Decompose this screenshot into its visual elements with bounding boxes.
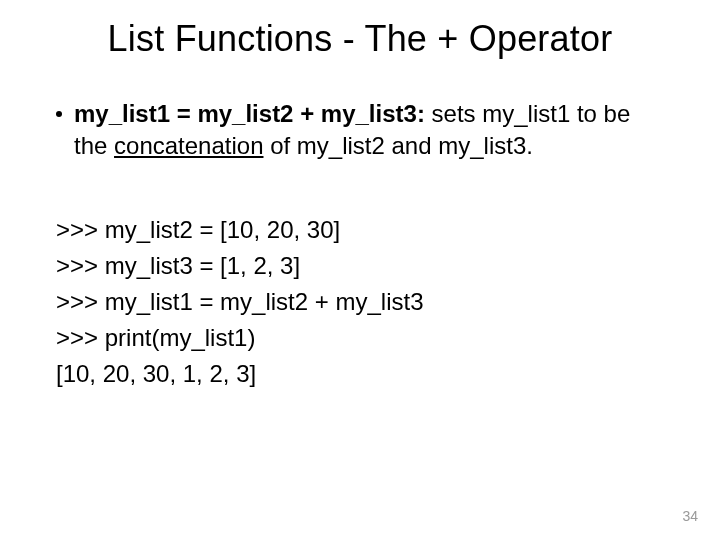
page-number: 34 [682, 508, 698, 524]
code-line: >>> print(my_list1) [56, 320, 664, 356]
bullet-underline: concatenation [114, 132, 263, 159]
code-line: [10, 20, 30, 1, 2, 3] [56, 356, 664, 392]
bullet-text: my_list1 = my_list2 + my_list3: sets my_… [74, 98, 664, 163]
slide-title: List Functions - The + Operator [0, 18, 720, 60]
bullet-post-underline: of my_list2 and my_list3. [263, 132, 532, 159]
bullet-block: my_list1 = my_list2 + my_list3: sets my_… [56, 98, 664, 163]
bullet-dot-icon [56, 111, 62, 117]
bullet-item: my_list1 = my_list2 + my_list3: sets my_… [56, 98, 664, 163]
code-line: >>> my_list1 = my_list2 + my_list3 [56, 284, 664, 320]
bullet-bold: my_list1 = my_list2 + my_list3: [74, 100, 425, 127]
code-line: >>> my_list3 = [1, 2, 3] [56, 248, 664, 284]
code-block: >>> my_list2 = [10, 20, 30] >>> my_list3… [56, 212, 664, 392]
code-line: >>> my_list2 = [10, 20, 30] [56, 212, 664, 248]
slide: List Functions - The + Operator my_list1… [0, 0, 720, 540]
